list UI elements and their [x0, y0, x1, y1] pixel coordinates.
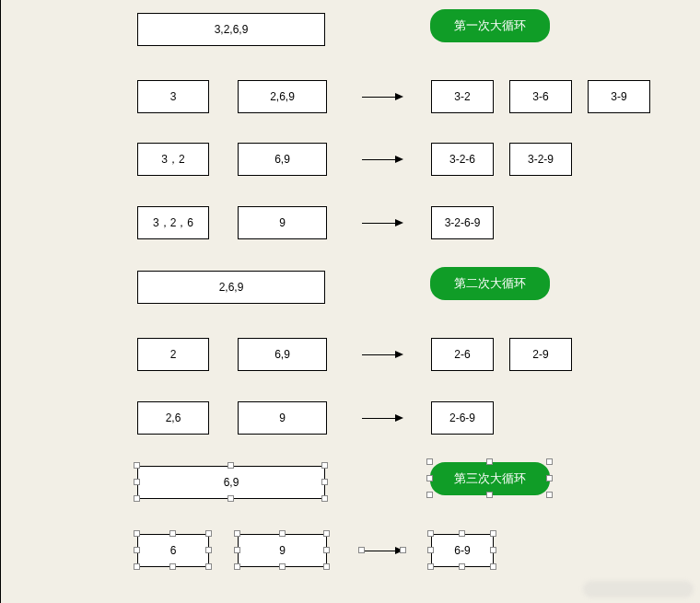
selection-handle[interactable]	[427, 547, 434, 553]
loop2-row2-r0: 2-6-9	[431, 401, 494, 435]
selection-handle[interactable]	[134, 495, 140, 502]
selection-handle[interactable]	[134, 563, 140, 570]
selection-handle[interactable]	[228, 495, 234, 502]
loop1-row1-r0: 3-2	[431, 80, 494, 113]
selection-handle[interactable]	[134, 479, 140, 485]
arrow-icon	[362, 219, 403, 226]
loop1-row1-right: 2,6,9	[238, 80, 327, 113]
header-box-loop2: 2,6,9	[137, 271, 325, 304]
header-box-loop3[interactable]: 6,9	[137, 466, 325, 499]
loop2-row2-left: 2,6	[137, 401, 209, 435]
arrow-icon	[362, 351, 403, 358]
loop3-title[interactable]: 第三次大循环	[430, 462, 550, 495]
selection-handle[interactable]	[426, 475, 433, 481]
loop2-title: 第二次大循环	[430, 267, 550, 300]
loop1-row2-right: 6,9	[238, 143, 327, 176]
selection-handle[interactable]	[323, 563, 330, 570]
arrow-icon	[362, 93, 403, 100]
loop2-row1-r0: 2-6	[431, 338, 494, 371]
loop1-row1-r1: 3-6	[509, 80, 572, 113]
selection-handle[interactable]	[323, 547, 330, 553]
loop1-title: 第一次大循环	[430, 9, 550, 42]
selection-handle[interactable]	[490, 530, 496, 537]
diagram-canvas: 3,2,6,9 第一次大循环 3 2,6,9 3-2 3-6 3-9 3，2 6…	[0, 0, 700, 603]
selection-handle[interactable]	[321, 479, 328, 485]
selection-handle[interactable]	[323, 530, 330, 537]
selection-handle[interactable]	[279, 530, 286, 537]
selection-handle[interactable]	[205, 563, 212, 570]
selection-handle[interactable]	[134, 462, 140, 469]
selection-handle[interactable]	[426, 492, 433, 498]
selection-handle[interactable]	[490, 547, 496, 553]
selection-handle[interactable]	[134, 530, 140, 537]
selection-handle[interactable]	[546, 492, 553, 498]
loop3-row1-r0[interactable]: 6-9	[431, 534, 494, 567]
selection-handle[interactable]	[134, 547, 140, 553]
loop1-row3-right: 9	[238, 206, 327, 239]
arrow-icon	[362, 414, 403, 422]
selection-handle[interactable]	[427, 530, 434, 537]
loop1-row3-left: 3，2，6	[137, 206, 209, 239]
selection-handle[interactable]	[486, 458, 493, 465]
selection-handle[interactable]	[459, 530, 465, 537]
loop1-row3-r0: 3-2-6-9	[431, 206, 494, 239]
selection-handle[interactable]	[169, 530, 176, 537]
loop3-row1-right[interactable]: 9	[238, 534, 327, 567]
selection-handle[interactable]	[459, 563, 465, 570]
selection-handle[interactable]	[400, 547, 406, 553]
selection-handle[interactable]	[234, 563, 240, 570]
loop1-row2-r0: 3-2-6	[431, 143, 494, 176]
selection-handle[interactable]	[205, 530, 212, 537]
loop1-row2-r1: 3-2-9	[509, 143, 572, 176]
loop1-row2-left: 3，2	[137, 143, 209, 176]
loop2-row1-left: 2	[137, 338, 209, 371]
selection-handle[interactable]	[279, 563, 286, 570]
selection-handle[interactable]	[427, 563, 434, 570]
loop3-row1-left[interactable]: 6	[137, 534, 209, 567]
selection-handle[interactable]	[546, 475, 553, 481]
selection-handle[interactable]	[546, 458, 553, 465]
loop2-row1-right: 6,9	[238, 338, 327, 371]
loop2-row2-right: 9	[238, 401, 327, 435]
selection-handle[interactable]	[426, 458, 433, 465]
loop1-row1-r2: 3-9	[588, 80, 650, 113]
selection-handle[interactable]	[490, 563, 496, 570]
selection-handle[interactable]	[234, 530, 240, 537]
selection-handle[interactable]	[228, 462, 234, 469]
selection-handle[interactable]	[234, 547, 240, 553]
arrow-icon[interactable]	[362, 547, 403, 554]
selection-handle[interactable]	[321, 495, 328, 502]
selection-handle[interactable]	[321, 462, 328, 469]
loop2-row1-r1: 2-9	[509, 338, 572, 371]
arrow-icon	[362, 156, 403, 163]
selection-handle[interactable]	[205, 547, 212, 553]
watermark	[583, 581, 694, 597]
selection-handle[interactable]	[358, 547, 365, 553]
selection-handle[interactable]	[486, 492, 493, 498]
loop1-row1-left: 3	[137, 80, 209, 113]
header-box-loop1: 3,2,6,9	[137, 13, 325, 46]
selection-handle[interactable]	[169, 563, 176, 570]
